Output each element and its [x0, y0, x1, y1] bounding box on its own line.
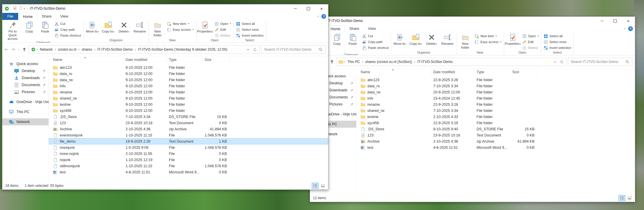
ribbon-copy-to-button[interactable]: Copy to▾ — [100, 20, 116, 33]
sidebar-item-onedrive-vrije-univ[interactable]: OneDrive - Vrije Univ — [2, 98, 49, 105]
ribbon-paste-button[interactable]: Paste — [37, 20, 53, 33]
ribbon-properties-button[interactable]: Properties▾ — [505, 32, 521, 46]
column-header-date-modified[interactable]: Date modified — [124, 57, 167, 63]
breadcrumb-item[interactable]: Network — [38, 47, 55, 52]
ribbon-open-button[interactable]: Open▾ — [522, 34, 539, 38]
ribbon-invert-selection-button[interactable]: Invert selection — [544, 45, 571, 50]
ribbon-collapse-icon[interactable]: ˅ — [624, 27, 626, 30]
sidebar-item-network[interactable]: Network — [2, 118, 49, 125]
ribbon-rename-button[interactable]: Rename — [132, 20, 148, 33]
ribbon-cut-button[interactable]: Cut — [54, 21, 81, 26]
breadcrumb-item[interactable]: shares — [80, 47, 94, 52]
ribbon-easy-access-button[interactable]: Easy access▾ — [167, 27, 193, 32]
file-row-data-ro[interactable]: data_ro9-10-2025 12:00File folder — [49, 71, 328, 77]
ribbon-select-none-button[interactable]: Select none — [544, 40, 571, 44]
ribbon-history-button[interactable]: History — [215, 33, 231, 38]
maximize-button[interactable] — [302, 4, 315, 13]
file-row-123[interactable]: 12323-9-2025 10:18Text Document0 KB — [49, 120, 328, 126]
tab-share[interactable]: Share — [345, 25, 364, 32]
file-row-info[interactable]: info23-4-2024 12:45File folder — [357, 95, 635, 101]
titlebar[interactable]: ▾ IT-ITVO-SciStor-Demo × — [310, 17, 635, 25]
ribbon-delete-button[interactable]: Delete▾ — [116, 20, 132, 33]
qat-check-doc-button[interactable] — [13, 6, 17, 11]
file-row-archive[interactable]: Archive2-10-2025 4:36zip Archive41.894 K… — [357, 138, 635, 144]
file-row-data-rw[interactable]: data_rw20-9-2025 12:00File folder — [357, 89, 635, 95]
ribbon-select-none-button[interactable]: Select none — [236, 27, 263, 32]
file-row-evenmorejunk[interactable]: evenmorejunk1-10-2025 11:15File1.048.576… — [49, 132, 328, 138]
file-row-morejunk[interactable]: morejunk1-5-2025 9:09File1.048.576 KB — [49, 144, 328, 151]
up-button[interactable] — [329, 59, 335, 64]
column-header-size[interactable]: Size — [511, 69, 537, 75]
file-row-info[interactable]: info9-10-2025 12:00File folder — [49, 83, 328, 89]
ribbon-copy-path-button[interactable]: Copy path — [54, 27, 81, 32]
file-row-123[interactable]: 12323-9-2025 10:18Text Document0 KB — [357, 132, 635, 138]
file-row-more-nojink[interactable]: more-nojink2-10-2025 11:55File0 KB — [49, 151, 328, 157]
ribbon-copy-button[interactable]: Copy — [329, 32, 345, 46]
details-view-button[interactable] — [312, 183, 318, 189]
file-row-test[interactable]: test4-6-2025 11:51Microsoft Word 9...0 K… — [49, 169, 328, 175]
ribbon-open-button[interactable]: Open▾ — [215, 21, 231, 26]
file-row-nojunk[interactable]: nojunk1-10-2025 12:19File0 KB — [49, 157, 328, 163]
ribbon-select-all-button[interactable]: Select all — [544, 34, 571, 38]
maximize-button[interactable] — [609, 17, 622, 25]
minimize-button[interactable] — [595, 17, 609, 25]
ribbon-new-item-button[interactable]: New item▾ — [167, 21, 193, 26]
file-row-rename[interactable]: rename22-9-2025 3:28File folder — [357, 101, 635, 107]
file-row-archive[interactable]: Archive2-10-2025 4:36zip Archive41.894 K… — [49, 126, 328, 132]
breadcrumb-item[interactable]: IT-ITVO-SciStor-Demo (Yesterday 9 oktobe… — [136, 47, 229, 52]
address-dropdown-icon[interactable] — [246, 48, 250, 52]
tab-home[interactable]: Home — [326, 25, 345, 32]
column-header-date-modified[interactable]: Date modified — [431, 69, 475, 75]
thumbnails-view-button[interactable] — [626, 195, 633, 201]
close-button[interactable]: × — [315, 4, 328, 13]
ribbon-copy-to-button[interactable]: Copy to▾ — [408, 32, 424, 46]
titlebar[interactable]: ▾ IT-ITVO-SciStor-Demo × — [2, 4, 328, 13]
ribbon-edit-button[interactable]: Edit — [215, 27, 231, 32]
column-header-name[interactable]: Name — [357, 69, 431, 75]
breadcrumb-item[interactable]: scistor.vu.nl — [56, 47, 78, 52]
file-row-abc123[interactable]: abc1239-10-2025 12:00File folder — [49, 64, 328, 71]
search-box[interactable]: Search IT-ITVO-SciStor-Demo — [568, 58, 632, 66]
file-row-shared-rw[interactable]: shared_rw7-10-2025 3:34File folder — [357, 107, 635, 114]
ribbon-move-to-button[interactable]: Move to▾ — [392, 32, 408, 46]
tab-view[interactable]: View — [364, 25, 380, 32]
address-bar[interactable]: ›Network›scistor.vu.nl›shares›IT-ITVO-Sc… — [28, 45, 260, 54]
file-row-test[interactable]: test4-6-2025 11:51Microsoft Word 9...0 K… — [357, 144, 635, 151]
file-row-testme[interactable]: testme9-10-2025 12:00File folder — [49, 101, 328, 107]
column-header-type[interactable]: Type — [475, 69, 511, 75]
file-row-ds-store[interactable]: .DS_Store9-10-2025 9:40DS_STORE File15 K… — [357, 126, 635, 132]
thumbnails-view-button[interactable] — [319, 183, 326, 189]
file-row-xyz456[interactable]: xyz4569-10-2025 12:00File folder — [49, 107, 328, 114]
ribbon-new-folder-button[interactable]: New folder — [457, 32, 473, 49]
minimize-button[interactable] — [289, 4, 302, 13]
address-dropdown-icon[interactable] — [553, 60, 557, 64]
file-row-stillmorejunk[interactable]: stillmorejunk1-10-2025 11:23File1.048.57… — [49, 163, 328, 169]
tab-file[interactable]: File — [2, 13, 18, 20]
help-button[interactable]: ? — [628, 26, 633, 31]
tab-view[interactable]: View — [56, 13, 73, 20]
ribbon-delete-button[interactable]: Delete▾ — [424, 32, 439, 46]
breadcrumb-item[interactable]: This PC — [345, 60, 362, 64]
file-row-data-ro[interactable]: data_ro7-10-2025 3:34File folder — [357, 83, 635, 89]
column-header-type[interactable]: Type — [167, 57, 203, 63]
column-header-size[interactable]: Size — [203, 57, 230, 63]
file-row-testme[interactable]: testme2-10-2025 4:33File folder — [357, 114, 635, 120]
ribbon-rename-button[interactable]: Rename — [439, 32, 455, 46]
back-button[interactable] — [4, 47, 9, 52]
recent-locations-icon[interactable] — [17, 47, 20, 52]
file-row-abc123[interactable]: abc12322-9-2025 3:28File folder — [357, 77, 635, 83]
refresh-icon[interactable] — [560, 60, 564, 64]
forward-button[interactable] — [11, 47, 16, 52]
ribbon-copy-button[interactable]: Copy — [21, 20, 37, 33]
sidebar-item-this-pc[interactable]: This PC — [2, 108, 49, 115]
ribbon-paste-shortcut-button[interactable]: Paste shortcut — [362, 45, 388, 50]
breadcrumb-item[interactable]: IT-ITVO-SciStor-Demo — [95, 47, 135, 52]
breadcrumb-item[interactable]: IT-ITVO-SciStor-Demo — [415, 60, 455, 64]
sidebar-item-desktop[interactable]: Desktop — [2, 67, 49, 74]
ribbon-new-folder-button[interactable]: New folder — [150, 20, 165, 37]
address-bar[interactable]: ›This PC›shares (scistor.vu.nl (SciStor)… — [336, 58, 566, 66]
column-header-name[interactable]: Name — [49, 57, 124, 63]
sidebar-item-downloads[interactable]: Downloads — [2, 74, 49, 81]
file-row-rename[interactable]: rename9-10-2025 12:00File folder — [49, 89, 328, 95]
tab-home[interactable]: Home — [18, 13, 37, 20]
